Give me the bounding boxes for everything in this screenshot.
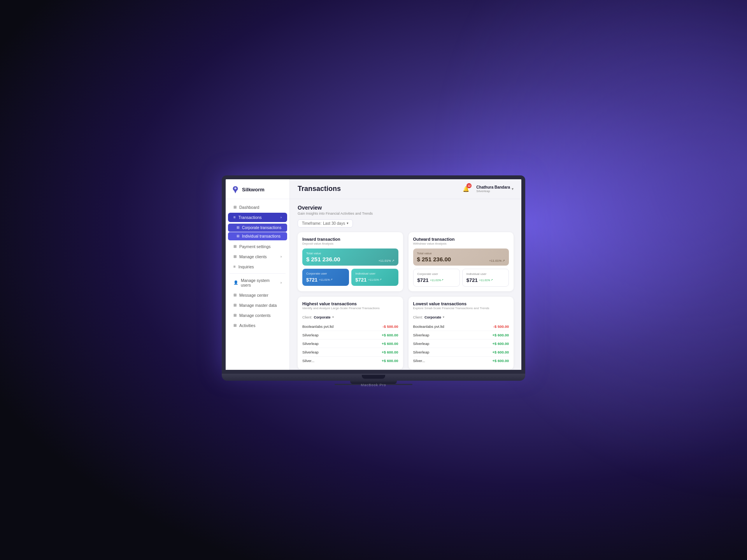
inward-corp-amount-row: $721 +11.01% ↗ — [306, 277, 345, 283]
master-data-icon: ⊞ — [233, 303, 237, 307]
message-icon: ⊞ — [233, 293, 237, 297]
sidebar-item-manage-master-data[interactable]: ⊞ Manage master data — [228, 301, 287, 310]
sidebar-item-manage-contents[interactable]: ⊞ Manage contents — [228, 311, 287, 320]
table-row: Silverleap +$ 600.00 — [413, 348, 509, 357]
table-row: Silverleap +$ 600.00 — [302, 348, 398, 357]
sidebar-item-payment-settings[interactable]: ⊞ Payment settings — [228, 242, 287, 251]
sidebar-item-label: Manage system users — [241, 278, 278, 287]
sys-users-arrow: › — [281, 281, 282, 285]
sidebar-item-transactions[interactable]: ≡ Transactions › — [228, 213, 287, 222]
timeframe-selector[interactable]: Timeframe: Last 30 days ▾ — [298, 219, 353, 228]
trans-amount: +$ 600.00 — [382, 333, 398, 337]
inward-total-info: Total value $ 251 236.00 — [306, 252, 340, 262]
table-row: Silverleap +$ 600.00 — [413, 331, 509, 340]
inward-user-cards: Corporate user $721 +11.01% ↗ — [302, 269, 398, 286]
table-row: Silverleap +$ 600.00 — [302, 340, 398, 348]
outward-ind-card: Individual user $721 +11.01% ↗ — [462, 269, 509, 287]
lowest-client-label: Client: — [413, 315, 423, 319]
sidebar-item-manage-clients[interactable]: ⊞ Manage clients › — [228, 252, 287, 261]
up-icon4: ↗ — [491, 278, 493, 282]
trans-amount: +$ 600.00 — [382, 350, 398, 354]
outward-subtitle: Withdraw value Analysis — [413, 242, 509, 245]
sidebar-item-inquiries[interactable]: ≡ Inquiries — [228, 262, 287, 271]
payment-icon: ⊞ — [233, 244, 237, 248]
inward-total-change: +11.01% ↗ — [379, 259, 395, 262]
outward-total-change: +11.01% ↗ — [489, 259, 505, 262]
trans-name: Silverleap — [302, 341, 319, 346]
inward-ind-amount: $721 — [355, 277, 366, 283]
trans-amount: +$ 600.00 — [382, 359, 398, 363]
outward-corp-amount: $721 — [417, 277, 429, 283]
timeframe-value: Last 30 days — [323, 221, 345, 226]
outward-corp-amount-row: $721 +11.01% ↗ — [417, 277, 456, 283]
sidebar-item-label: Dashboard — [239, 205, 259, 210]
outward-total-card: Total value $ 251 236.00 +11.01% ↗ — [413, 248, 509, 266]
logo-icon — [231, 186, 240, 194]
trans-name: Booleanlabs pvt.ltd — [302, 324, 333, 329]
trans-name: Silverleap — [302, 333, 319, 337]
trans-amount: +$ 600.00 — [382, 341, 398, 346]
highest-subtitle: Identify and Analyze Large-Scale Financi… — [302, 306, 398, 310]
up-icon3: ↗ — [441, 278, 444, 282]
inward-corp-card: Corporate user $721 +11.01% ↗ — [302, 269, 349, 286]
manage-clients-icon: ⊞ — [233, 254, 237, 259]
sidebar-item-individual-transactions[interactable]: ⊞ Individual transactions — [228, 232, 287, 240]
sidebar-item-corporate-transactions[interactable]: ⊞ Corporate transactions — [228, 224, 287, 232]
corp-trans-icon: ⊞ — [237, 226, 240, 229]
trans-name: Silverleap — [413, 333, 430, 337]
user-dropdown-arrow: ▾ — [512, 187, 514, 191]
sidebar-item-message-center[interactable]: ⊞ Message center — [228, 290, 287, 300]
transactions-arrow: › — [281, 215, 282, 219]
up-icon: ↗ — [330, 278, 333, 281]
sidebar-item-dashboard[interactable]: ⊞ Dashboard — [228, 203, 287, 212]
highest-client-filter[interactable]: Client: Corporate ▾ — [302, 315, 334, 319]
highest-filter-arrow: ▾ — [332, 315, 334, 319]
table-row: Silver... +$ 600.00 — [302, 357, 398, 365]
lowest-table: Booleanlabs pvt.ltd -$ 500.00 Silverleap… — [413, 322, 509, 365]
activities-icon: ⊞ — [233, 323, 237, 327]
trans-amount: +$ 600.00 — [492, 341, 509, 346]
inward-corp-amount: $721 — [306, 277, 317, 283]
nav-divider — [230, 273, 286, 274]
table-row: Booleanlabs pvt.ltd -$ 500.00 — [413, 322, 509, 331]
sidebar-item-label: Payment settings — [239, 244, 271, 249]
notification-button[interactable]: 🔔 12 — [460, 183, 472, 195]
laptop-base: MacBook Pro — [222, 374, 525, 381]
lowest-client-filter[interactable]: Client: Corporate ▾ — [413, 315, 445, 319]
timeframe-arrow: ▾ — [347, 221, 349, 225]
lowest-panel: Lowest value transactions Explore Small-… — [409, 297, 514, 369]
outward-corp-change: +11.01% ↗ — [430, 278, 444, 282]
main-content: Transactions 🔔 12 Chathura Bandara Silve… — [290, 179, 521, 370]
outward-user-cards: Corporate user $721 +11.01% ↗ — [413, 269, 509, 287]
laptop-notch — [362, 375, 385, 379]
up-arrow-outward: ↗ — [502, 259, 505, 262]
sidebar-item-activities[interactable]: ⊞ Activities — [228, 321, 287, 330]
page-title: Transactions — [298, 185, 341, 193]
sidebar-item-label: Message center — [239, 293, 268, 298]
sidebar-item-label: Transactions — [238, 215, 262, 220]
outward-ind-label: Individual user — [466, 272, 505, 276]
outward-ind-amount-row: $721 +11.01% ↗ — [466, 277, 505, 283]
sidebar-item-label: Manage contents — [239, 313, 271, 318]
table-row: Silver... +$ 600.00 — [413, 357, 509, 365]
inward-total-card: Total value $ 251 236.00 +11.01% ↗ — [302, 248, 398, 266]
overview-subtitle: Gain Insights into Financial Activities … — [298, 212, 514, 215]
outward-total-label: Total value — [417, 252, 451, 255]
inward-ind-card: Individual user $721 +11.01% ↗ — [351, 269, 398, 286]
outward-corp-card: Corporate user $721 +11.01% ↗ — [413, 269, 460, 287]
highest-title: Highest value transactions — [302, 301, 398, 306]
page-header: Transactions 🔔 12 Chathura Bandara Silve… — [290, 179, 521, 199]
outward-corp-label: Corporate user — [417, 272, 456, 276]
highest-client-value: Corporate — [314, 315, 331, 319]
lowest-title: Lowest value transactions — [413, 301, 509, 306]
header-right: 🔔 12 Chathura Bandara Silverleap ▾ — [460, 183, 514, 195]
user-profile[interactable]: Chathura Bandara Silverleap ▾ — [476, 185, 514, 193]
inward-total-label: Total value — [306, 252, 340, 255]
sidebar-item-manage-system-users[interactable]: 👤 Manage system users › — [228, 276, 287, 290]
trans-amount: -$ 500.00 — [493, 324, 509, 329]
inward-subtitle: Deposit value Analysis — [302, 242, 398, 245]
highest-table: Booleanlabs pvt.ltd -$ 500.00 Silverleap… — [302, 322, 398, 365]
up-icon2: ↗ — [379, 278, 382, 281]
trans-amount: +$ 600.00 — [492, 350, 509, 354]
ind-trans-icon: ⊞ — [237, 234, 240, 238]
